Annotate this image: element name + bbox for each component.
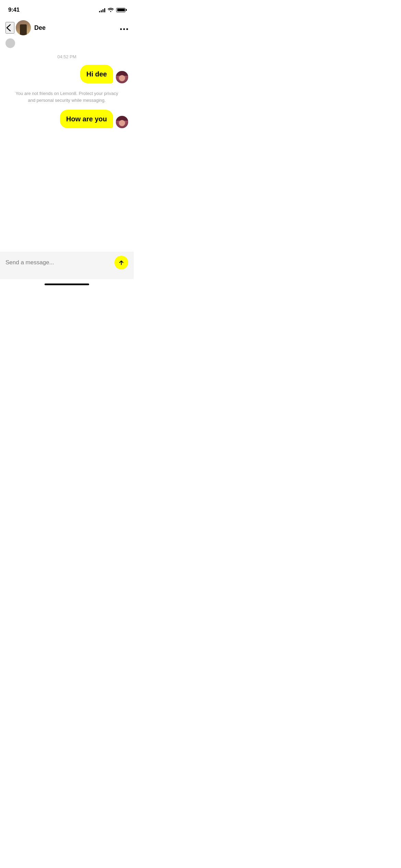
signal-icon: [99, 8, 105, 12]
svg-point-2: [126, 28, 128, 30]
message-timestamp: 04:52 PM: [5, 54, 128, 59]
input-area: [0, 252, 134, 279]
message-bubble: How are you: [60, 110, 113, 128]
battery-icon: [116, 8, 125, 12]
wifi-icon: [108, 7, 114, 13]
status-time: 9:41: [8, 7, 20, 13]
status-icons: [99, 7, 125, 13]
online-dot: [5, 38, 15, 48]
home-bar: [45, 284, 89, 285]
sender-avatar: [116, 116, 128, 128]
message-row: Hi dee: [5, 65, 128, 83]
message-bubble: Hi dee: [80, 65, 113, 83]
message-input[interactable]: [5, 258, 111, 267]
home-indicator: [0, 279, 134, 289]
messages-area: 04:52 PM Hi dee You are not friends on L…: [0, 51, 134, 252]
svg-point-0: [120, 28, 122, 30]
arrow-up-icon: [118, 259, 125, 266]
message-row: How are you: [5, 110, 128, 128]
send-button[interactable]: [114, 256, 128, 269]
contact-avatar: [16, 20, 31, 35]
contact-name: Dee: [34, 24, 117, 32]
sender-avatar: [116, 71, 128, 83]
nav-bar: Dee: [0, 17, 134, 38]
more-options-button[interactable]: [117, 22, 128, 34]
back-button[interactable]: [5, 22, 14, 34]
online-indicator-row: [0, 38, 134, 51]
privacy-notice: You are not friends on Lemon8. Protect y…: [5, 88, 128, 110]
status-bar: 9:41: [0, 0, 134, 17]
svg-point-1: [123, 28, 125, 30]
